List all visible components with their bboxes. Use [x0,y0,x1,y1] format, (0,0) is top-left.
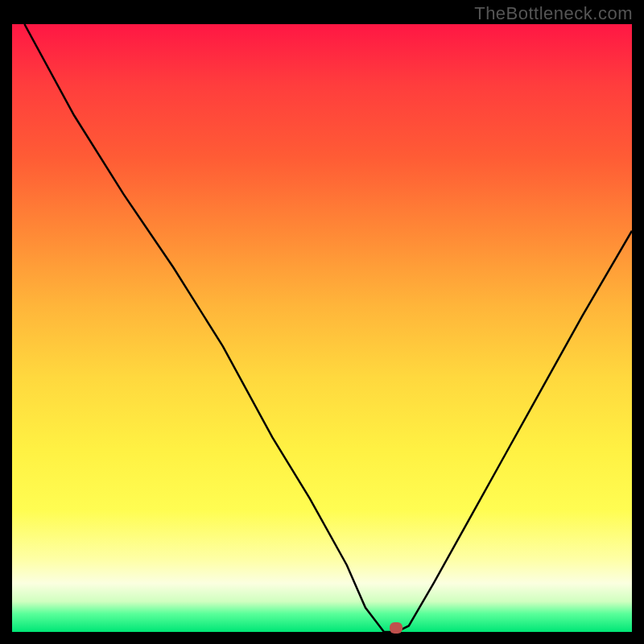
watermark-text: TheBottleneck.com [474,3,633,24]
chart-curve-path [24,24,632,632]
chart-plot-area [12,24,632,632]
chart-marker [390,622,402,634]
chart-curve [12,24,632,632]
